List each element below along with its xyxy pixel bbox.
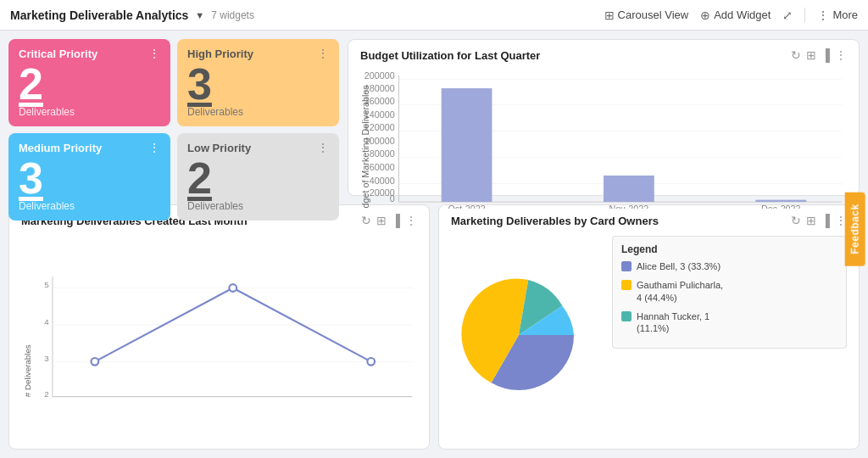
top-bar-actions: ⊞ Carousel View ⊕ Add Widget ⤢ ⋮ More: [604, 8, 858, 23]
card-title: Critical Priority: [19, 47, 97, 60]
legend-item: Hannah Tucker, 1(11.1%): [621, 310, 837, 335]
add-widget-button[interactable]: ⊕ Add Widget: [700, 8, 771, 22]
bar-oct: [442, 88, 492, 202]
legend-label-alice: Alice Bell, 3 (33.3%): [637, 260, 721, 272]
card-header: Low Priority ⋮: [187, 142, 329, 154]
card-header: Medium Priority ⋮: [19, 142, 160, 154]
card-menu-icon[interactable]: ⋮: [317, 142, 329, 154]
divider: [804, 8, 805, 23]
critical-priority-card[interactable]: Critical Priority ⋮ 2 Deliverables: [8, 39, 170, 126]
card-menu-icon[interactable]: ⋮: [148, 47, 160, 59]
feedback-tab[interactable]: Feedback: [844, 192, 865, 265]
page-title: Marketing Deliverable Analytics: [10, 8, 188, 22]
more-button[interactable]: ⋮ More: [817, 8, 858, 22]
table-icon[interactable]: ⊞: [806, 214, 816, 227]
svg-text:Oct-2022: Oct-2022: [448, 204, 485, 209]
data-point: [229, 284, 236, 292]
svg-text:Nov-2022: Nov-2022: [609, 204, 649, 209]
bar-nov: [604, 176, 654, 202]
chart-header: Marketing Deliverables by Card Owners ↻ …: [451, 214, 847, 227]
refresh-icon[interactable]: ↻: [791, 214, 801, 227]
pie-legend: Legend Alice Bell, 3 (33.3%) Gauthami Pu…: [612, 236, 847, 349]
card-menu-icon[interactable]: ⋮: [317, 47, 329, 59]
card-header: Critical Priority ⋮: [19, 47, 160, 60]
add-widget-label: Add Widget: [714, 8, 771, 21]
refresh-icon[interactable]: ↻: [791, 48, 801, 62]
chart-type-icon[interactable]: ▐: [821, 48, 830, 62]
carousel-view-button[interactable]: ⊞ Carousel View: [604, 8, 689, 22]
legend-label-gauthami: Gauthami Pulicharla,4 (44.4%): [637, 279, 723, 304]
top-row: Critical Priority ⋮ 2 Deliverables High …: [8, 39, 860, 196]
svg-text:40000: 40000: [370, 176, 395, 186]
main-content: Critical Priority ⋮ 2 Deliverables High …: [0, 31, 868, 458]
card-number: 2: [19, 62, 160, 106]
svg-text:200000: 200000: [364, 70, 395, 81]
budget-chart-title: Budget Utilization for Last Quarter: [360, 49, 540, 62]
svg-text:0: 0: [390, 193, 395, 204]
more-dots-icon: ⋮: [817, 8, 829, 22]
svg-text:3: 3: [44, 354, 48, 363]
chart-actions: ↻ ⊞ ▐ ⋮: [791, 48, 847, 62]
legend-color-gauthami: [621, 280, 632, 290]
card-label: Deliverables: [187, 106, 329, 118]
legend-title: Legend: [621, 243, 837, 255]
pie-chart-body: Legend Alice Bell, 3 (33.3%) Gauthami Pu…: [451, 232, 847, 440]
svg-text:80000: 80000: [370, 148, 395, 159]
pie-svg-container: [451, 271, 604, 401]
feedback-label: Feedback: [849, 204, 860, 254]
legend-item: Gauthami Pulicharla,4 (44.4%): [621, 279, 837, 304]
budget-chart-card: Budget Utilization for Last Quarter ↻ ⊞ …: [348, 39, 860, 196]
legend-label-hannah: Hannah Tucker, 1(11.1%): [637, 310, 709, 335]
data-point: [92, 358, 99, 366]
svg-text:2: 2: [44, 389, 48, 399]
pie-chart-svg: [451, 271, 620, 399]
card-number: 3: [19, 156, 160, 200]
card-title: Low Priority: [187, 142, 251, 154]
widgets-count: 7 widgets: [211, 9, 254, 21]
card-label: Deliverables: [19, 200, 160, 212]
refresh-icon[interactable]: ↻: [361, 214, 371, 227]
card-title: Medium Priority: [19, 142, 102, 154]
card-label: Deliverables: [187, 200, 329, 212]
svg-text:# Deliverables: # Deliverables: [23, 344, 32, 397]
pie-chart-title: Marketing Deliverables by Card Owners: [451, 215, 659, 227]
svg-text:Dec-2022: Dec-2022: [761, 204, 801, 209]
legend-color-alice: [621, 261, 632, 271]
line-chart-svg: # Deliverables 5 4 3 2: [21, 232, 417, 440]
chart-type-icon[interactable]: ▐: [392, 214, 400, 227]
top-bar: Marketing Deliverable Analytics ▼ 7 widg…: [0, 0, 868, 31]
card-menu-icon[interactable]: ⋮: [148, 142, 160, 154]
bottom-row: Marketing Deliverables Created Last Mont…: [8, 204, 860, 450]
expand-icon: ⤢: [782, 8, 793, 22]
low-priority-card[interactable]: Low Priority ⋮ 2 Deliverables: [177, 133, 339, 221]
chart-menu-icon[interactable]: ⋮: [835, 48, 847, 62]
chart-menu-icon[interactable]: ⋮: [405, 214, 417, 227]
svg-text:Utilized Budget of Marketing D: Utilized Budget of Marketing Deliverable…: [360, 85, 370, 209]
bar-dec: [755, 200, 806, 202]
budget-chart-svg: 200000 180000 160000 140000 120000 10000…: [360, 67, 847, 209]
table-icon[interactable]: ⊞: [806, 48, 816, 62]
carousel-view-label: Carousel View: [618, 8, 689, 21]
card-title: High Priority: [187, 47, 253, 60]
dropdown-icon[interactable]: ▼: [195, 10, 204, 20]
svg-text:4: 4: [44, 317, 49, 327]
line-chart-card: Marketing Deliverables Created Last Mont…: [8, 204, 430, 450]
card-number: 3: [187, 62, 329, 106]
chart-type-icon[interactable]: ▐: [821, 214, 830, 227]
high-priority-card[interactable]: High Priority ⋮ 3 Deliverables: [177, 39, 339, 126]
legend-color-hannah: [621, 311, 632, 321]
expand-button[interactable]: ⤢: [782, 8, 793, 22]
chart-actions: ↻ ⊞ ▐ ⋮: [791, 214, 847, 227]
pie-chart-card: Marketing Deliverables by Card Owners ↻ …: [438, 204, 860, 450]
medium-priority-card[interactable]: Medium Priority ⋮ 3 Deliverables: [8, 133, 170, 221]
svg-text:60000: 60000: [370, 162, 395, 172]
table-icon[interactable]: ⊞: [376, 214, 387, 227]
more-label: More: [832, 8, 858, 21]
budget-chart-area: 200000 180000 160000 140000 120000 10000…: [360, 67, 847, 209]
line-chart-area: # Deliverables 5 4 3 2: [21, 232, 417, 440]
svg-text:5: 5: [44, 280, 49, 289]
chart-header: Budget Utilization for Last Quarter ↻ ⊞ …: [360, 48, 847, 62]
chart-actions: ↻ ⊞ ▐ ⋮: [361, 214, 417, 227]
legend-item: Alice Bell, 3 (33.3%): [621, 260, 837, 272]
add-icon: ⊕: [700, 8, 710, 22]
